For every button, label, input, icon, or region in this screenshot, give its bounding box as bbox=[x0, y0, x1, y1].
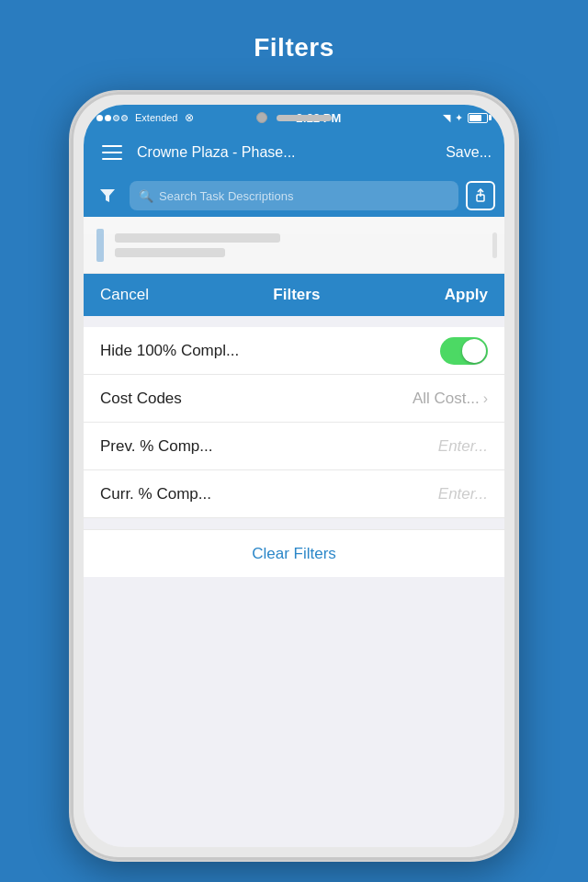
toggle-track bbox=[440, 337, 488, 365]
search-bar: 🔍 Search Task Descriptions bbox=[84, 175, 504, 217]
hamburger-line-1 bbox=[102, 145, 122, 147]
nav-title: Crowne Plaza - Phase... bbox=[137, 144, 436, 161]
wifi-icon: ⊗ bbox=[185, 111, 194, 124]
bg-block-1 bbox=[96, 229, 104, 262]
filter-icon bbox=[98, 187, 117, 205]
filter-spacer-mid bbox=[84, 518, 504, 529]
airplay-icon: ◥ bbox=[443, 112, 450, 124]
filter-row-hide-complete[interactable]: Hide 100% Compl... bbox=[84, 327, 504, 375]
filter-icon-button[interactable] bbox=[93, 181, 122, 210]
cost-codes-chevron-icon: › bbox=[483, 390, 488, 407]
hide-complete-label: Hide 100% Compl... bbox=[100, 342, 440, 360]
search-input[interactable]: 🔍 Search Task Descriptions bbox=[130, 181, 458, 210]
bg-line-b bbox=[115, 248, 225, 257]
curr-complete-label: Curr. % Comp... bbox=[100, 485, 438, 503]
search-icon: 🔍 bbox=[139, 189, 153, 203]
nav-bar: Crowne Plaza - Phase... Save... bbox=[84, 130, 504, 175]
nav-save-button[interactable]: Save... bbox=[446, 144, 492, 161]
bg-lines-1 bbox=[115, 233, 280, 257]
hide-complete-toggle[interactable] bbox=[440, 337, 488, 365]
status-right: ◥ ✦ bbox=[443, 112, 492, 124]
bg-list bbox=[84, 217, 504, 274]
search-placeholder-text: Search Task Descriptions bbox=[159, 189, 293, 203]
share-button[interactable] bbox=[466, 181, 495, 210]
filter-row-curr-complete[interactable]: Curr. % Comp... Enter... bbox=[84, 470, 504, 518]
filters-panel-title: Filters bbox=[273, 286, 320, 304]
toggle-thumb bbox=[462, 339, 486, 363]
status-left: Extended ⊗ bbox=[96, 111, 194, 124]
filter-row-prev-complete[interactable]: Prev. % Comp... Enter... bbox=[84, 423, 504, 470]
signal-dots bbox=[96, 115, 128, 121]
scroll-bar-1 bbox=[492, 232, 497, 258]
carrier-label: Extended bbox=[135, 112, 177, 123]
filters-panel: Cancel Filters Apply Hide 100% Compl... … bbox=[84, 274, 504, 847]
bg-list-item-1 bbox=[84, 217, 504, 274]
camera bbox=[256, 112, 267, 123]
filter-spacer-top bbox=[84, 316, 504, 327]
prev-complete-input[interactable]: Enter... bbox=[438, 437, 488, 456]
apply-button[interactable]: Apply bbox=[445, 286, 488, 304]
svg-marker-0 bbox=[100, 189, 115, 202]
hamburger-line-2 bbox=[102, 152, 122, 153]
bluetooth-icon: ✦ bbox=[455, 112, 463, 124]
share-icon bbox=[473, 188, 488, 203]
bg-line-a bbox=[115, 233, 280, 243]
hamburger-button[interactable] bbox=[96, 137, 128, 168]
curr-complete-input[interactable]: Enter... bbox=[438, 485, 488, 503]
hamburger-line-3 bbox=[102, 158, 122, 160]
phone-notch bbox=[256, 105, 332, 130]
clear-filters-label: Clear Filters bbox=[252, 545, 336, 563]
prev-complete-label: Prev. % Comp... bbox=[100, 437, 438, 456]
phone-shell: Extended ⊗ 2:22 PM ◥ ✦ bbox=[69, 90, 519, 862]
filters-header: Cancel Filters Apply bbox=[84, 274, 504, 316]
cancel-button[interactable]: Cancel bbox=[100, 286, 149, 304]
page-title: Filters bbox=[254, 33, 334, 62]
cost-codes-label: Cost Codes bbox=[100, 390, 413, 408]
battery-icon bbox=[468, 113, 492, 123]
filter-row-cost-codes[interactable]: Cost Codes All Cost... › bbox=[84, 375, 504, 423]
clear-filters-button[interactable]: Clear Filters bbox=[84, 529, 504, 577]
cost-codes-value: All Cost... bbox=[413, 390, 480, 408]
speaker bbox=[277, 115, 332, 121]
